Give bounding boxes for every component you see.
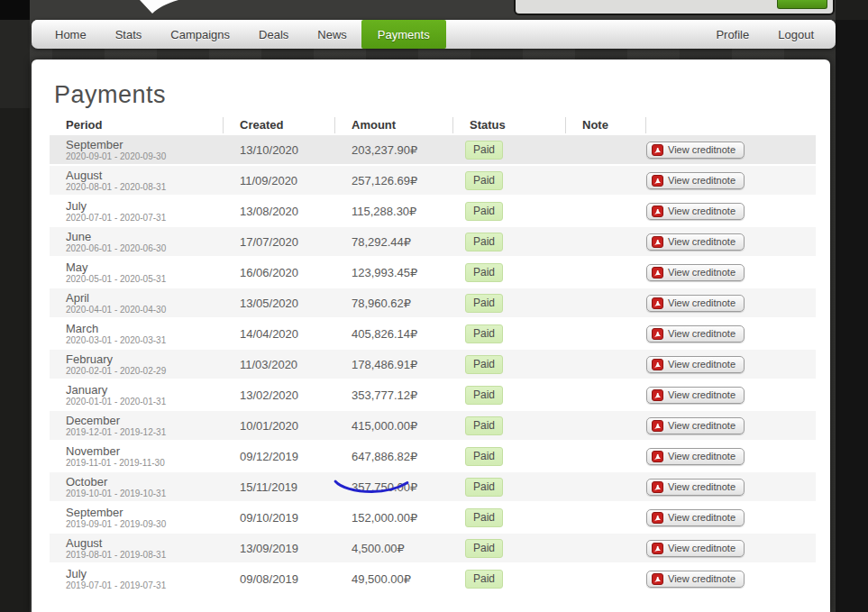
note-cell — [566, 472, 646, 501]
nav-item-profile[interactable]: Profile — [701, 20, 763, 49]
amount-cell: 123,993.45₽ — [335, 258, 453, 287]
period-cell: December2019-12-01 - 2019-12-31 — [50, 411, 224, 440]
action-cell: View creditnote — [646, 288, 816, 317]
view-creditnote-button[interactable]: View creditnote — [646, 448, 745, 465]
nav-item-deals[interactable]: Deals — [244, 20, 303, 49]
created-cell: 11/09/2020 — [224, 166, 335, 195]
nav-item-news[interactable]: News — [303, 20, 361, 49]
created-cell: 09/08/2019 — [224, 564, 335, 593]
view-creditnote-button[interactable]: View creditnote — [646, 417, 745, 434]
period-cell: April2020-04-01 - 2020-04-30 — [50, 288, 224, 317]
action-cell: View creditnote — [646, 564, 816, 593]
action-cell: View creditnote — [646, 227, 816, 256]
col-header-note: Note — [566, 117, 646, 133]
status-cell: Paid — [453, 166, 566, 195]
table-row: January2020-01-01 - 2020-01-3113/02/2020… — [50, 380, 816, 411]
view-creditnote-button[interactable]: View creditnote — [646, 142, 745, 159]
status-cell: Paid — [453, 350, 566, 379]
nav-item-logout[interactable]: Logout — [763, 20, 828, 49]
period-month: April — [66, 292, 89, 305]
table-row: May2020-05-01 - 2020-05-3116/06/2020123,… — [50, 258, 816, 288]
nav-item-campaigns[interactable]: Campaigns — [156, 20, 244, 49]
action-cell: View creditnote — [646, 196, 816, 225]
nav-item-stats[interactable]: Stats — [101, 20, 157, 49]
table-row: February2020-02-01 - 2020-02-2911/03/202… — [50, 350, 816, 380]
nav-left-group: Home Stats Campaigns Deals News Payments — [32, 20, 446, 49]
period-range: 2019-12-01 - 2019-12-31 — [66, 427, 166, 437]
period-cell: January2020-01-01 - 2020-01-31 — [50, 380, 224, 409]
period-cell: October2019-10-01 - 2019-10-31 — [50, 472, 224, 501]
backdrop-right-strip — [836, 0, 868, 612]
period-cell: March2020-03-01 - 2020-03-31 — [50, 319, 224, 348]
note-cell — [566, 135, 646, 164]
view-creditnote-button[interactable]: View creditnote — [646, 540, 745, 557]
view-creditnote-button[interactable]: View creditnote — [646, 264, 745, 281]
created-cell: 13/08/2020 — [224, 196, 335, 225]
col-header-amount: Amount — [335, 117, 453, 133]
table-row: July2019-07-01 - 2019-07-3109/08/201949,… — [50, 564, 816, 595]
status-badge: Paid — [465, 416, 503, 435]
status-badge: Paid — [465, 141, 503, 160]
created-cell: 10/01/2020 — [224, 411, 335, 440]
action-cell: View creditnote — [646, 534, 816, 562]
search-input[interactable] — [514, 0, 835, 15]
view-creditnote-label: View creditnote — [668, 297, 736, 308]
pdf-icon — [652, 175, 663, 187]
status-badge: Paid — [465, 539, 503, 558]
view-creditnote-label: View creditnote — [668, 206, 736, 216]
view-creditnote-button[interactable]: View creditnote — [646, 509, 745, 526]
pdf-icon — [652, 236, 663, 248]
note-cell — [566, 380, 646, 409]
amount-cell: 353,777.12₽ — [335, 380, 453, 409]
period-range: 2020-07-01 - 2020-07-31 — [66, 213, 166, 223]
nav-item-payments[interactable]: Payments — [361, 20, 446, 49]
amount-cell: 152,000.00₽ — [335, 503, 453, 532]
pdf-icon — [652, 420, 663, 432]
status-badge: Paid — [465, 570, 503, 589]
status-cell: Paid — [453, 196, 566, 225]
pdf-icon — [652, 451, 663, 462]
note-cell — [566, 288, 646, 317]
status-cell: Paid — [453, 503, 566, 532]
pdf-icon — [652, 297, 663, 309]
pdf-icon — [652, 389, 663, 401]
backdrop-left-strip — [0, 0, 30, 612]
search-submit-button[interactable] — [777, 0, 827, 9]
view-creditnote-button[interactable]: View creditnote — [646, 203, 745, 220]
created-cell: 13/09/2019 — [224, 534, 335, 562]
period-cell: July2020-07-01 - 2020-07-31 — [50, 196, 224, 225]
status-badge: Paid — [465, 386, 503, 405]
view-creditnote-button[interactable]: View creditnote — [646, 295, 745, 312]
period-month: October — [66, 476, 107, 489]
view-creditnote-label: View creditnote — [668, 543, 736, 553]
nav-item-home[interactable]: Home — [41, 20, 101, 49]
view-creditnote-label: View creditnote — [668, 573, 736, 584]
amount-cell: 405,826.14₽ — [335, 319, 453, 348]
pdf-icon — [652, 512, 663, 524]
main-navbar: Home Stats Campaigns Deals News Payments… — [32, 20, 836, 49]
app-window: Home Stats Campaigns Deals News Payments… — [0, 0, 868, 612]
amount-cell: 178,486.91₽ — [335, 350, 453, 379]
view-creditnote-button[interactable]: View creditnote — [646, 233, 745, 251]
col-header-period: Period — [50, 117, 224, 133]
view-creditnote-button[interactable]: View creditnote — [646, 571, 745, 588]
col-header-status: Status — [453, 117, 566, 133]
amount-cell: 115,288.30₽ — [335, 196, 453, 225]
status-cell: Paid — [453, 319, 566, 348]
action-cell: View creditnote — [646, 350, 816, 379]
status-cell: Paid — [453, 564, 566, 593]
pdf-icon — [652, 267, 663, 279]
view-creditnote-button[interactable]: View creditnote — [646, 356, 745, 373]
view-creditnote-button[interactable]: View creditnote — [646, 325, 745, 343]
payments-table: Period Created Amount Status Note Septem… — [50, 115, 816, 595]
created-cell: 13/10/2020 — [224, 135, 335, 164]
view-creditnote-button[interactable]: View creditnote — [646, 387, 745, 404]
pdf-icon — [652, 328, 663, 340]
view-creditnote-button[interactable]: View creditnote — [646, 479, 745, 496]
status-badge: Paid — [465, 447, 503, 466]
view-creditnote-button[interactable]: View creditnote — [646, 172, 745, 189]
status-badge: Paid — [465, 263, 503, 282]
period-month: August — [66, 537, 102, 550]
pdf-icon — [652, 543, 663, 554]
action-cell: View creditnote — [646, 135, 816, 164]
